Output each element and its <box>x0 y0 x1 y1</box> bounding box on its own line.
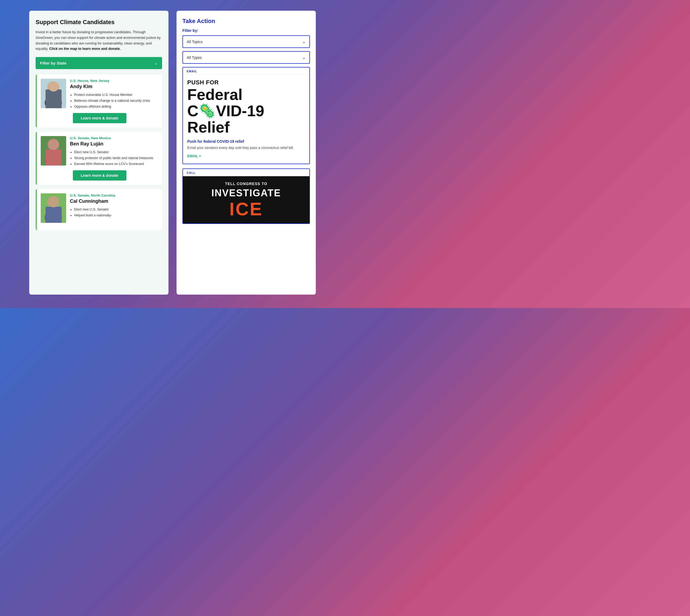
svg-rect-14 <box>51 207 56 212</box>
filter-by-label: Filter by: <box>182 28 310 33</box>
all-topics-dropdown[interactable]: All Topics ⌄ <box>182 35 310 48</box>
take-action-title: Take Action <box>182 18 310 25</box>
bullet-item: Believes climate change is a national se… <box>74 98 158 103</box>
candidate-name-andy-kim: Andy Kim <box>70 84 158 89</box>
candidate-bullets-andy-kim: Protect vulnerable U.S. House Member Bel… <box>70 92 158 109</box>
email-cta-link[interactable]: EMAIL > <box>187 154 201 158</box>
svg-rect-11 <box>41 193 66 223</box>
candidate-name-cal-cunningham: Cal Cunningham <box>70 198 158 204</box>
covid-card-body: PUSH FOR Federal C 🦠 VID-19 Relief Push … <box>183 75 309 163</box>
ice-action-card: CALL TELL CONGRESS TO INVESTIGATE ICE <box>182 169 310 224</box>
right-panel: Take Action Filter by: All Topics ⌄ All … <box>176 11 316 294</box>
chevron-down-icon: ⌄ <box>302 55 306 60</box>
covid-vid-text: VID-19 <box>216 103 264 119</box>
candidate-district-cal-cunningham: U.S. Senate, North Carolina <box>70 193 158 197</box>
svg-point-1 <box>47 82 59 93</box>
tell-congress-text: TELL CONGRESS TO <box>225 182 267 186</box>
bullet-item: Strong protector of public lands and nat… <box>74 155 158 161</box>
svg-rect-0 <box>41 79 66 108</box>
covid-virus-emoji: 🦠 <box>198 104 216 118</box>
ice-card-body: TELL CONGRESS TO INVESTIGATE ICE <box>183 176 309 223</box>
candidate-photo-cal-cunningham <box>41 193 66 223</box>
filter-state-dropdown[interactable]: Filter by State ⌄ <box>36 57 162 69</box>
candidate-info-ben-lujan: U.S. Senate, New Mexico Ben Ray Luján El… <box>70 136 158 167</box>
candidate-name-ben-lujan: Ben Ray Luján <box>70 141 158 147</box>
panel-description: Invest in a better future by donating to… <box>36 29 162 52</box>
learn-donate-button-ben-lujan[interactable]: Learn more & donate <box>73 170 126 180</box>
action-tag-email: EMAIL <box>183 67 309 75</box>
left-panel: Support Climate Candidates Invest in a b… <box>29 11 169 294</box>
chevron-down-icon: ⌄ <box>154 61 158 65</box>
candidate-photo-andy-kim <box>41 79 66 108</box>
covid-relief-text: Relief <box>187 119 305 135</box>
panel-description-bold: Click on the map to learn more and donat… <box>49 47 121 51</box>
investigate-text: INVESTIGATE <box>211 188 281 199</box>
covid-subtitle: Push for federal COVID-19 relief <box>187 139 305 144</box>
chevron-down-icon: ⌄ <box>302 39 306 44</box>
bullet-item: Elect new U.S. Senator <box>74 150 158 155</box>
svg-point-7 <box>47 139 59 151</box>
candidate-bullets-ben-lujan: Elect new U.S. Senator Strong protector … <box>70 150 158 167</box>
action-tag-call: CALL <box>183 169 309 176</box>
candidate-card-cal-cunningham: U.S. Senate, North Carolina Cal Cunningh… <box>36 189 162 230</box>
candidate-photo-ben-lujan <box>41 136 66 166</box>
svg-rect-5 <box>52 94 55 95</box>
candidate-info-cal-cunningham: U.S. Senate, North Carolina Cal Cunningh… <box>70 193 158 219</box>
covid-c-text: C <box>187 103 198 119</box>
svg-point-13 <box>45 210 62 223</box>
covid-federal-text: Federal <box>187 87 305 103</box>
bullet-item: Protect vulnerable U.S. House Member <box>74 92 158 97</box>
ice-text: ICE <box>229 200 263 218</box>
bullet-item: Earned 96% lifetime score on LCV's Score… <box>74 161 158 167</box>
svg-rect-6 <box>41 136 66 166</box>
panel-title: Support Climate Candidates <box>36 19 162 26</box>
svg-rect-9 <box>51 150 56 154</box>
candidate-bullets-cal-cunningham: Elect new U.S. Senator Helped build a na… <box>70 207 158 218</box>
bullet-item: Opposes offshore drilling <box>74 104 158 109</box>
learn-donate-button-andy-kim[interactable]: Learn more & donate <box>73 113 126 123</box>
svg-rect-10 <box>52 149 55 151</box>
svg-point-2 <box>45 95 62 108</box>
svg-rect-4 <box>52 92 55 94</box>
all-types-dropdown[interactable]: All Types ⌄ <box>182 51 310 64</box>
bullet-item: Helped build a nationally- <box>74 213 158 218</box>
candidate-card-andy-kim: U.S. House, New Jersey Andy Kim Protect … <box>36 74 162 128</box>
covid-description: Email your senators every day until they… <box>187 145 305 151</box>
svg-rect-3 <box>51 93 56 97</box>
bullet-item: Elect new U.S. Senator <box>74 207 158 212</box>
candidate-info-andy-kim: U.S. House, New Jersey Andy Kim Protect … <box>70 79 158 110</box>
svg-point-12 <box>47 196 59 208</box>
candidate-district-ben-lujan: U.S. Senate, New Mexico <box>70 136 158 140</box>
svg-point-8 <box>45 153 62 166</box>
candidate-card-ben-lujan: U.S. Senate, New Mexico Ben Ray Luján El… <box>36 132 162 185</box>
covid-action-card: EMAIL PUSH FOR Federal C 🦠 VID-19 Relief… <box>182 67 310 164</box>
push-for-text: PUSH FOR <box>187 79 305 86</box>
candidate-district-andy-kim: U.S. House, New Jersey <box>70 79 158 83</box>
